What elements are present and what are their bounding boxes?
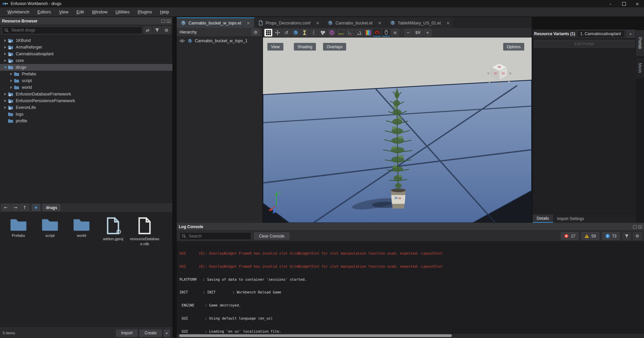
tab-tablemilitary-us-01[interactable]: TableMilitary_US_01.et× bbox=[386, 17, 454, 28]
filter-button[interactable] bbox=[153, 26, 161, 34]
options-menu-dropdown[interactable]: Options bbox=[503, 43, 524, 51]
nav-back-button[interactable]: ← bbox=[2, 204, 10, 211]
create-button[interactable]: Create bbox=[140, 330, 162, 337]
tree-item-drugs[interactable]: drugs bbox=[0, 64, 172, 71]
maximize-button[interactable] bbox=[617, 0, 631, 7]
chevron-right-icon[interactable] bbox=[3, 99, 8, 102]
side-tab-prefab[interactable]: Prefab bbox=[636, 30, 644, 56]
error-count-badge[interactable]: 17 bbox=[561, 232, 579, 240]
float-panel-icon[interactable] bbox=[633, 225, 637, 228]
menu-view[interactable]: View bbox=[55, 8, 72, 16]
viewport-3d-view[interactable]: Y View Shading Overlays Options bbox=[263, 38, 532, 223]
tree-item-logs[interactable]: logs bbox=[0, 111, 172, 118]
menu-editors[interactable]: Editors bbox=[34, 8, 55, 16]
tree-item-world[interactable]: world bbox=[0, 84, 172, 91]
tree-item-profile[interactable]: profile bbox=[0, 118, 172, 124]
color-debug-button[interactable] bbox=[364, 29, 372, 37]
tab-import-settings[interactable]: Import Settings bbox=[553, 214, 588, 223]
variant-select[interactable]: 1. Cannabissativaplant bbox=[577, 30, 625, 38]
chevron-right-icon[interactable] bbox=[9, 86, 14, 89]
resource-search[interactable] bbox=[2, 26, 142, 34]
menu-plugins[interactable]: Plugins bbox=[134, 8, 156, 16]
tab-cannabis-bucket[interactable]: Cannabis_bucket.et× bbox=[324, 17, 386, 28]
close-tab-icon[interactable]: × bbox=[247, 20, 250, 25]
character-button[interactable] bbox=[310, 29, 318, 37]
local-axes-button[interactable] bbox=[346, 29, 354, 37]
bounding-box-button[interactable] bbox=[291, 29, 300, 37]
tree-item-armareforger[interactable]: ArmaReforger bbox=[0, 44, 172, 51]
nav-forward-button[interactable]: → bbox=[11, 204, 19, 211]
log-search-input[interactable] bbox=[188, 233, 249, 239]
chevron-right-icon[interactable] bbox=[3, 46, 8, 49]
viewport-3d-scene[interactable]: Y bbox=[263, 38, 532, 223]
settings-button[interactable]: ⚙ bbox=[162, 26, 170, 34]
tree-item-1kbund[interactable]: 1KBund bbox=[0, 37, 172, 44]
log-filter-button[interactable] bbox=[623, 232, 631, 240]
nav-up-button[interactable]: ↑ bbox=[20, 204, 29, 211]
swap-columns-button[interactable]: ⇄ bbox=[144, 26, 152, 34]
log-settings-button[interactable]: ⚙ bbox=[633, 232, 641, 240]
ev-button[interactable]: EV bbox=[413, 29, 423, 37]
clear-console-button[interactable]: Clear Console bbox=[254, 232, 289, 240]
close-tab-icon[interactable]: × bbox=[446, 20, 450, 25]
tab-props-decorations[interactable]: Props_Decorations.conf× bbox=[255, 17, 324, 28]
tab-cannabis-bucket-w-tops[interactable]: Cannabis_bucket_w_tops.et× bbox=[177, 17, 255, 28]
ev-increase-button[interactable]: + bbox=[424, 29, 432, 37]
warning-count-badge[interactable]: 59 bbox=[581, 232, 599, 240]
import-button[interactable]: Import bbox=[116, 330, 138, 337]
snap-grid-button[interactable] bbox=[264, 29, 272, 37]
file-tile-prefabs[interactable]: Prefabs bbox=[3, 217, 34, 238]
translate-tool-button[interactable] bbox=[273, 29, 281, 37]
chevron-down-icon[interactable] bbox=[3, 67, 8, 68]
tree-item-prefabs[interactable]: Prefabs bbox=[0, 71, 172, 77]
tree-item-enfusiondatabaseframework[interactable]: EnfusionDatabaseFramework bbox=[0, 91, 172, 97]
chevron-right-icon[interactable] bbox=[3, 53, 8, 55]
create-menu-button[interactable]: ▾ bbox=[164, 330, 170, 337]
menu-help[interactable]: Help bbox=[156, 8, 173, 16]
log-horizontal-scrollbar[interactable] bbox=[177, 333, 644, 338]
overlays-menu-dropdown[interactable]: Overlays bbox=[323, 43, 346, 51]
close-tab-icon[interactable]: × bbox=[316, 20, 319, 25]
scrollbar-thumb[interactable] bbox=[179, 334, 452, 337]
menu-window[interactable]: Window bbox=[88, 8, 111, 16]
chevron-right-icon[interactable] bbox=[9, 79, 14, 82]
physics-button[interactable] bbox=[319, 29, 327, 37]
menu-utilities[interactable]: Utilities bbox=[112, 8, 134, 16]
log-search[interactable] bbox=[179, 232, 251, 240]
view-menu-dropdown[interactable]: View bbox=[267, 43, 283, 51]
tree-item-everonlife[interactable]: EveronLife bbox=[0, 104, 172, 111]
bones-button[interactable] bbox=[301, 29, 309, 37]
menu-workbench[interactable]: Workbench bbox=[3, 8, 34, 16]
tree-item-enfusionpersistenceframework[interactable]: EnfusionPersistenceFramework bbox=[0, 97, 172, 104]
chevron-right-icon[interactable] bbox=[3, 93, 8, 95]
favorite-button[interactable]: ★ bbox=[32, 204, 40, 211]
camera-mode-button[interactable] bbox=[373, 29, 381, 37]
mouse-capture-button[interactable] bbox=[382, 29, 390, 37]
close-panel-icon[interactable]: × bbox=[638, 225, 642, 228]
tree-item-script[interactable]: script bbox=[0, 77, 172, 84]
edit-prefab-button[interactable]: Edit Prefab bbox=[534, 40, 635, 48]
menu-edit[interactable]: Edit bbox=[72, 8, 88, 16]
angle-snap-button[interactable] bbox=[355, 29, 363, 37]
file-tile-addon-gproj[interactable]: ⚙addon.gproj bbox=[98, 217, 128, 242]
ev-decrease-button[interactable]: − bbox=[404, 29, 412, 37]
hierarchy-item-cannabis-bucket-w-tops-1[interactable]: Cannabis_bucket_w_tops_1 bbox=[177, 37, 262, 45]
close-button[interactable]: × bbox=[631, 0, 644, 7]
float-panel-icon[interactable] bbox=[161, 19, 165, 23]
resource-search-input[interactable] bbox=[11, 27, 140, 33]
file-tile-script[interactable]: script bbox=[35, 217, 65, 238]
tree-item-cannabissativaplant[interactable]: Cannabissativaplant bbox=[0, 51, 172, 57]
file-tile-resourcedatabase-rdb[interactable]: resourceDatabase.rdb bbox=[129, 217, 160, 247]
breadcrumb[interactable]: drugs bbox=[43, 204, 60, 211]
tree-item-core[interactable]: core bbox=[0, 57, 172, 64]
hierarchy-settings-button[interactable]: ⚙ bbox=[252, 29, 260, 36]
info-count-badge[interactable]: 73 bbox=[602, 232, 620, 240]
chevron-right-icon[interactable] bbox=[3, 59, 8, 62]
file-tile-world[interactable]: world bbox=[66, 217, 97, 238]
minimize-button[interactable]: – bbox=[604, 0, 617, 7]
log-output[interactable]: GUI (E): OverlayWidget Frame0 has invali… bbox=[177, 242, 644, 333]
chevron-right-icon[interactable] bbox=[3, 39, 8, 42]
shading-menu-dropdown[interactable]: Shading bbox=[294, 43, 316, 51]
view-menu-button[interactable]: ≡ bbox=[391, 29, 399, 37]
visibility-eye-icon[interactable] bbox=[179, 39, 185, 43]
